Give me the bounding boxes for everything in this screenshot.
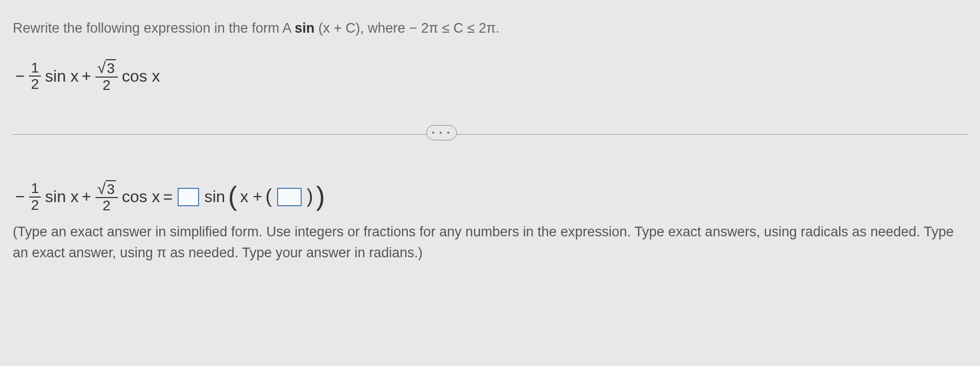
numerator-1b: 1 xyxy=(29,181,41,198)
denominator-2d: 2 xyxy=(101,198,113,214)
denominator-2b: 2 xyxy=(101,78,113,93)
numerator-sqrt3b: √3 xyxy=(95,180,118,199)
numerator-sqrt3: √3 xyxy=(95,59,118,78)
minus-sign: − xyxy=(15,67,25,86)
divider-section: • • • xyxy=(13,119,967,150)
expand-button[interactable]: • • • xyxy=(426,125,457,140)
numerator-1: 1 xyxy=(29,60,41,77)
fraction-one-half: 1 2 xyxy=(29,60,41,93)
ellipsis-icon: • • • xyxy=(432,129,451,137)
prompt-range: − 2π ≤ C ≤ 2π. xyxy=(409,20,500,36)
prompt-mid: (x + C), where xyxy=(318,20,409,36)
answer-hint: (Type an exact answer in simplified form… xyxy=(13,222,967,263)
prompt-prefix: Rewrite the following expression in the … xyxy=(13,20,291,36)
fraction-sqrt3-over-2: √3 2 xyxy=(95,59,118,93)
inner-lparen: ( xyxy=(265,185,272,207)
phase-shift-input[interactable] xyxy=(277,188,302,206)
fraction-one-half-2: 1 2 xyxy=(29,181,41,213)
outer-lparen: ( xyxy=(228,181,237,211)
sin-label: sin xyxy=(204,187,225,206)
horizontal-divider xyxy=(13,134,967,135)
answer-expression: − 1 2 sin x + √3 2 cos x = sin ( x + ( )… xyxy=(13,180,967,214)
cos-x-2: cos x xyxy=(122,187,160,206)
minus-sign-2: − xyxy=(15,187,25,206)
cos-x: cos x xyxy=(122,67,160,86)
fraction-sqrt3-over-2b: √3 2 xyxy=(95,180,118,214)
outer-rparen: ) xyxy=(316,181,325,211)
sin-x: sin x xyxy=(45,67,79,86)
sin-x-2: sin x xyxy=(45,187,79,206)
equals-sign: = xyxy=(163,187,173,206)
given-expression: − 1 2 sin x + √3 2 cos x xyxy=(13,59,967,93)
prompt-sin-bold: sin xyxy=(295,20,314,36)
question-prompt: Rewrite the following expression in the … xyxy=(13,20,967,36)
plus-sign: + xyxy=(82,67,91,86)
amplitude-input[interactable] xyxy=(178,188,199,206)
plus-sign-2: + xyxy=(82,187,91,206)
denominator-2c: 2 xyxy=(29,198,41,213)
x-plus: x + xyxy=(240,187,262,206)
denominator-2: 2 xyxy=(29,77,41,92)
inner-rparen: ) xyxy=(307,185,313,207)
